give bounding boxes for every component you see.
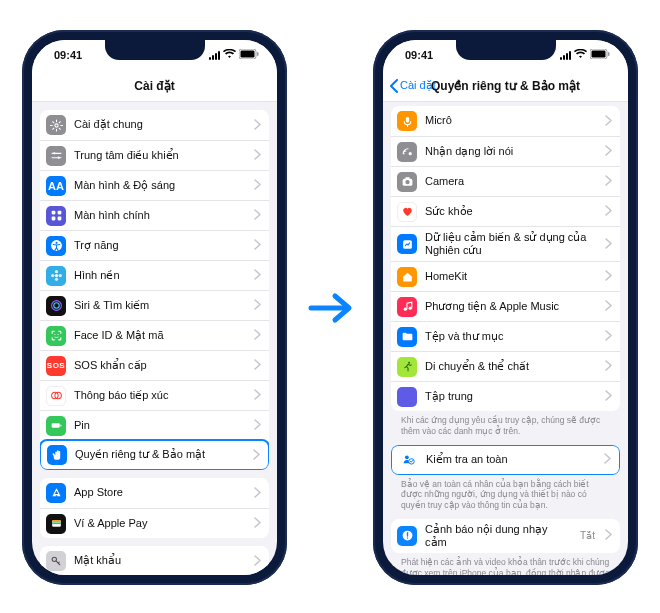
settings-row-wallet[interactable]: Ví & Apple Pay	[40, 508, 269, 538]
settings-row-heart[interactable]: Sức khỏe	[391, 196, 620, 226]
siri-icon	[46, 296, 66, 316]
settings-row-appstore[interactable]: App Store	[40, 478, 269, 508]
music-icon	[397, 297, 417, 317]
settings-row-flower[interactable]: Hình nền	[40, 260, 269, 290]
back-button[interactable]: Cài đặt	[389, 70, 436, 101]
settings-row-speech[interactable]: Nhận dạng lời nói	[391, 136, 620, 166]
settings-row-key[interactable]: Mật khẩu	[40, 546, 269, 575]
content-left[interactable]: Cài đặt chungTrung tâm điều khiểnAAMàn h…	[32, 102, 277, 575]
settings-row-sos[interactable]: SOSSOS khẩn cấp	[40, 350, 269, 380]
battery-icon	[46, 416, 66, 436]
chevron-right-icon	[253, 449, 260, 462]
chevron-right-icon	[605, 270, 612, 283]
screen-right: 09:41 Cài đặt Quyền riêng tư & Bảo mật M…	[383, 40, 628, 575]
settings-row-brightness[interactable]: AAMàn hình & Độ sáng	[40, 170, 269, 200]
folder-icon	[397, 327, 417, 347]
settings-group-2: App StoreVí & Apple Pay	[40, 478, 269, 538]
settings-group-3: Mật khẩu	[40, 546, 269, 575]
row-label: Trợ năng	[74, 239, 246, 252]
settings-row-safety[interactable]: Kiểm tra an toàn	[391, 445, 620, 475]
settings-row-siri[interactable]: Siri & Tìm kiếm	[40, 290, 269, 320]
row-label: Tệp và thư mục	[425, 330, 597, 343]
brightness-icon: AA	[46, 176, 66, 196]
settings-row-accessibility[interactable]: Trợ năng	[40, 230, 269, 260]
chevron-right-icon	[254, 517, 261, 530]
row-label: HomeKit	[425, 270, 597, 283]
settings-row-grid[interactable]: Màn hình chính	[40, 200, 269, 230]
chevron-right-icon	[605, 238, 612, 251]
status-icons	[560, 49, 610, 61]
settings-row-sliders[interactable]: Trung tâm điều khiển	[40, 140, 269, 170]
home-icon	[397, 267, 417, 287]
content-right[interactable]: MicrôNhận dạng lời nóiCameraSức khỏeDữ l…	[383, 102, 628, 575]
row-label: Micrô	[425, 114, 597, 127]
settings-row-mic[interactable]: Micrô	[391, 106, 620, 136]
svg-point-44	[404, 456, 408, 460]
chevron-right-icon	[254, 555, 261, 568]
notch	[456, 40, 556, 60]
chevron-right-icon	[605, 115, 612, 128]
settings-row-hand[interactable]: Quyền riêng tư & Bảo mật	[40, 439, 269, 470]
chevron-right-icon	[254, 269, 261, 282]
status-time: 09:41	[54, 49, 82, 61]
svg-rect-10	[51, 217, 55, 221]
phone-right: 09:41 Cài đặt Quyền riêng tư & Bảo mật M…	[373, 30, 638, 585]
settings-row-music[interactable]: Phương tiện & Apple Music	[391, 291, 620, 321]
speech-icon	[397, 142, 417, 162]
svg-rect-25	[51, 423, 59, 427]
settings-row-folder[interactable]: Tệp và thư mục	[391, 321, 620, 351]
arrow-icon	[307, 288, 353, 328]
settings-row-moon[interactable]: Tập trung	[391, 381, 620, 411]
settings-row-gear[interactable]: Cài đặt chung	[40, 110, 269, 140]
heart-icon	[397, 202, 417, 222]
settings-row-battery[interactable]: Pin	[40, 410, 269, 440]
group1-note: Khi các ứng dụng yêu cầu truy cập, chúng…	[391, 411, 620, 436]
row-label: Quyền riêng tư & Bảo mật	[75, 448, 245, 461]
svg-point-43	[408, 362, 410, 364]
chevron-left-icon	[389, 79, 399, 93]
settings-row-run[interactable]: Di chuyển & thể chất	[391, 351, 620, 381]
chevron-right-icon	[605, 330, 612, 343]
chevron-right-icon	[254, 389, 261, 402]
screen-left: 09:41 Cài đặt Cài đặt chungTrung tâm điề…	[32, 40, 277, 575]
privacy-group-1: MicrôNhận dạng lời nóiCameraSức khỏeDữ l…	[391, 106, 620, 411]
svg-rect-11	[57, 217, 61, 221]
hand-icon	[47, 445, 67, 465]
svg-rect-39	[405, 177, 409, 179]
chevron-right-icon	[254, 179, 261, 192]
settings-row-faceid[interactable]: Face ID & Mật mã	[40, 320, 269, 350]
settings-row-research[interactable]: Dữ liệu cảm biến & sử dụng của Nghiên cứ…	[391, 226, 620, 261]
group2-note: Bảo vệ an toàn cá nhân của bạn bằng cách…	[391, 475, 620, 511]
page-title: Cài đặt	[134, 79, 174, 93]
nav-bar: Cài đặt Quyền riêng tư & Bảo mật	[383, 70, 628, 102]
svg-point-13	[55, 242, 57, 244]
mic-icon	[397, 111, 417, 131]
row-label: Camera	[425, 175, 597, 188]
settings-row-home[interactable]: HomeKit	[391, 261, 620, 291]
svg-rect-9	[57, 211, 61, 215]
svg-point-20	[53, 303, 58, 308]
privacy-group-3: Cảnh báo nội dung nhạy cảmTắt	[391, 519, 620, 553]
row-label: Ví & Apple Pay	[74, 517, 246, 530]
gear-icon	[46, 115, 66, 135]
svg-point-21	[54, 334, 55, 335]
chevron-right-icon	[605, 205, 612, 218]
settings-row-warn[interactable]: Cảnh báo nội dung nhạy cảmTắt	[391, 519, 620, 553]
page-title: Quyền riêng tư & Bảo mật	[431, 79, 580, 93]
settings-row-exposure[interactable]: Thông báo tiếp xúc	[40, 380, 269, 410]
phone-left: 09:41 Cài đặt Cài đặt chungTrung tâm điề…	[22, 30, 287, 585]
chevron-right-icon	[605, 529, 612, 542]
row-label: Màn hình chính	[74, 209, 246, 222]
svg-point-36	[408, 152, 411, 155]
sos-icon: SOS	[46, 356, 66, 376]
warn-icon	[397, 526, 417, 546]
settings-row-camera[interactable]: Camera	[391, 166, 620, 196]
row-label: Phương tiện & Apple Music	[425, 300, 597, 313]
svg-rect-1	[241, 51, 255, 58]
row-label: Nhận dạng lời nói	[425, 145, 597, 158]
camera-icon	[397, 172, 417, 192]
group3-note: Phát hiện các ảnh và video khỏa thân trư…	[391, 553, 620, 575]
row-label: Hình nền	[74, 269, 246, 282]
battery-icon	[590, 49, 610, 61]
flower-icon	[46, 266, 66, 286]
